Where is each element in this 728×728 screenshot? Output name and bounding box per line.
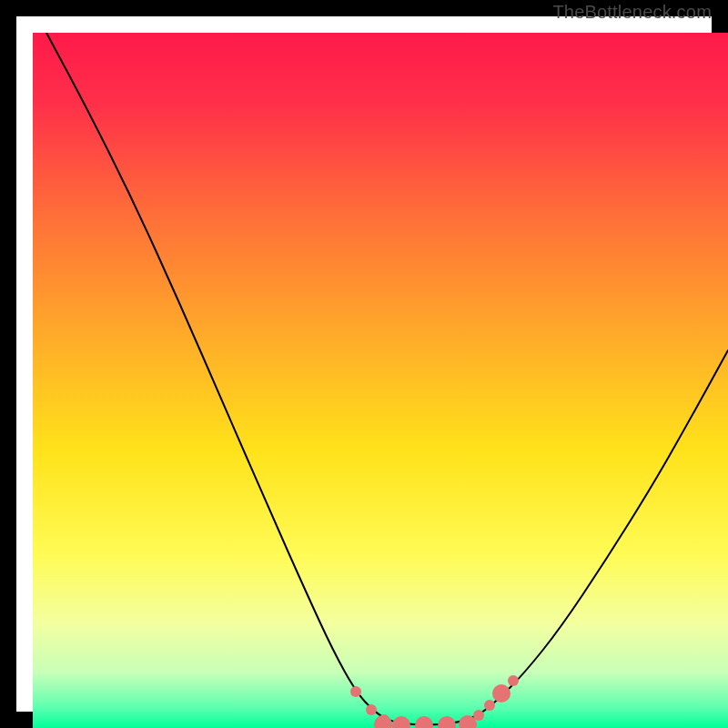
curve-marker bbox=[508, 675, 519, 686]
chart-svg bbox=[33, 33, 728, 728]
chart-frame bbox=[0, 0, 728, 728]
chart-plot-area bbox=[33, 33, 728, 728]
curve-marker bbox=[484, 700, 495, 711]
curve-marker bbox=[473, 710, 484, 721]
watermark-text: TheBottleneck.com bbox=[552, 2, 712, 23]
curve-marker bbox=[350, 686, 361, 697]
curve-marker bbox=[366, 704, 377, 715]
curve-marker bbox=[492, 684, 511, 703]
chart-background bbox=[33, 33, 728, 728]
